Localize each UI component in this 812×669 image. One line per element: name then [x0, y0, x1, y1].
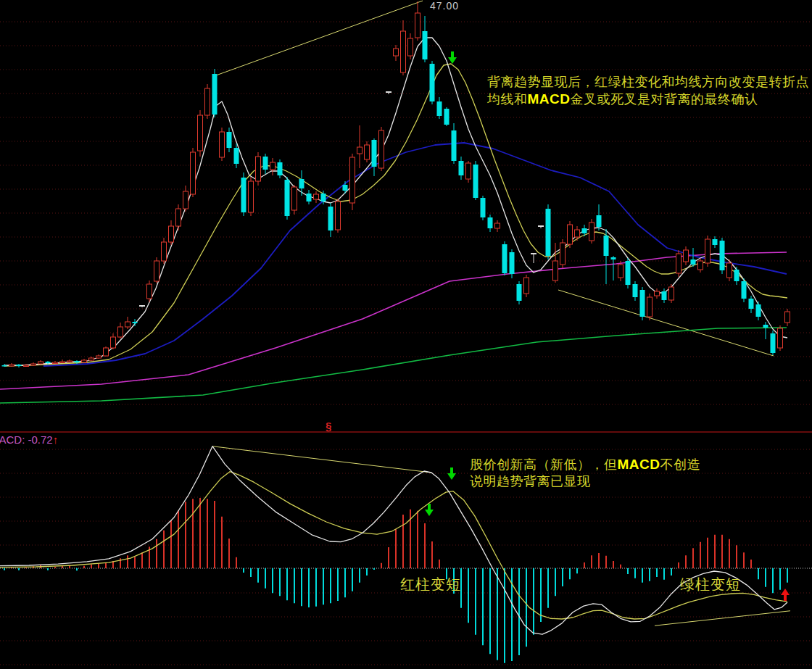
stock-chart-screen: 47.00 背离趋势显现后，红绿柱变化和均线方向改变是转折点 均线和MACD金叉… [0, 0, 812, 669]
up-arrow-icon: ↑ [53, 433, 59, 446]
macd-keyword: MACD [528, 91, 571, 107]
note-line: 说明趋势背离已显现 [470, 473, 700, 490]
macd-keyword: MACD [618, 457, 660, 472]
note-line: 均线和MACD金叉或死叉是对背离的最终确认 [487, 91, 809, 108]
peak-price-label: 47.00 [430, 0, 459, 12]
red-histogram-shrink-label: 红柱变短 [400, 575, 461, 594]
green-histogram-shrink-label: 绿柱变短 [680, 575, 741, 594]
divergence-note-top: 背离趋势显现后，红绿柱变化和均线方向改变是转折点 均线和MACD金叉或死叉是对背… [487, 74, 809, 108]
note-line: 背离趋势显现后，红绿柱变化和均线方向改变是转折点 [487, 74, 809, 91]
macd-value-readout: MACD: -0.72↑ [0, 433, 58, 446]
divergence-note-macd: 股价创新高（新低），但MACD不创造 说明趋势背离已显现 [470, 456, 700, 490]
note-line: 股价创新高（新低），但MACD不创造 [470, 456, 700, 473]
section-mark-icon: § [326, 420, 331, 432]
